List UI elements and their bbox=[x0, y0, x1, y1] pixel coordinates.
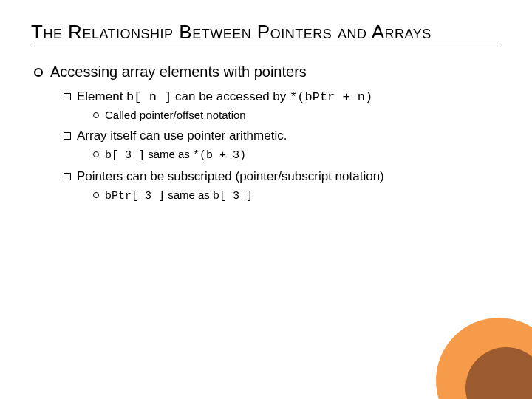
code-fragment: *(bPtr + n) bbox=[290, 90, 372, 104]
bullet-text: b[ 3 ] same as *(b + 3) bbox=[105, 148, 246, 162]
square-bullet-icon bbox=[64, 93, 71, 100]
bullet-text: Array itself can use pointer arithmetic. bbox=[77, 129, 287, 143]
bullet-level1: Accessing array elements with pointers bbox=[34, 64, 501, 81]
bullet-text: Pointers can be subscripted (pointer/sub… bbox=[77, 169, 384, 184]
bullet-level2: Array itself can use pointer arithmetic. bbox=[64, 129, 501, 143]
text-fragment: same as bbox=[145, 148, 193, 160]
code-fragment: b[ 3 ] bbox=[105, 149, 145, 162]
bullet-text: bPtr[ 3 ] same as b[ 3 ] bbox=[105, 188, 253, 202]
bullet-level3: bPtr[ 3 ] same as b[ 3 ] bbox=[93, 188, 501, 202]
bullet-level3: b[ 3 ] same as *(b + 3) bbox=[93, 148, 501, 162]
code-fragment: b[ 3 ] bbox=[213, 190, 253, 202]
square-bullet-icon bbox=[64, 173, 71, 180]
text-fragment: same as bbox=[165, 188, 213, 201]
bullet-level2: Pointers can be subscripted (pointer/sub… bbox=[64, 169, 501, 184]
slide-title: The Relationship Between Pointers and Ar… bbox=[31, 21, 501, 47]
slide: The Relationship Between Pointers and Ar… bbox=[0, 0, 532, 202]
ring-small-bullet-icon bbox=[93, 112, 99, 118]
bullet-text: Accessing array elements with pointers bbox=[50, 64, 307, 81]
ring-small-bullet-icon bbox=[93, 192, 99, 198]
ring-bullet-icon bbox=[34, 68, 43, 77]
bullet-text: Called pointer/offset notation bbox=[105, 109, 246, 121]
ring-small-bullet-icon bbox=[93, 151, 99, 157]
text-fragment: can be accessed by bbox=[171, 89, 290, 103]
bullet-level3: Called pointer/offset notation bbox=[93, 109, 501, 121]
square-bullet-icon bbox=[64, 132, 71, 140]
text-fragment: Element bbox=[77, 89, 126, 103]
code-fragment: b[ n ] bbox=[126, 90, 171, 104]
code-fragment: *(b + 3) bbox=[193, 149, 246, 162]
bullet-text: Element b[ n ] can be accessed by *(bPtr… bbox=[77, 89, 372, 104]
bullet-level2: Element b[ n ] can be accessed by *(bPtr… bbox=[64, 89, 501, 104]
code-fragment: bPtr[ 3 ] bbox=[105, 190, 165, 202]
